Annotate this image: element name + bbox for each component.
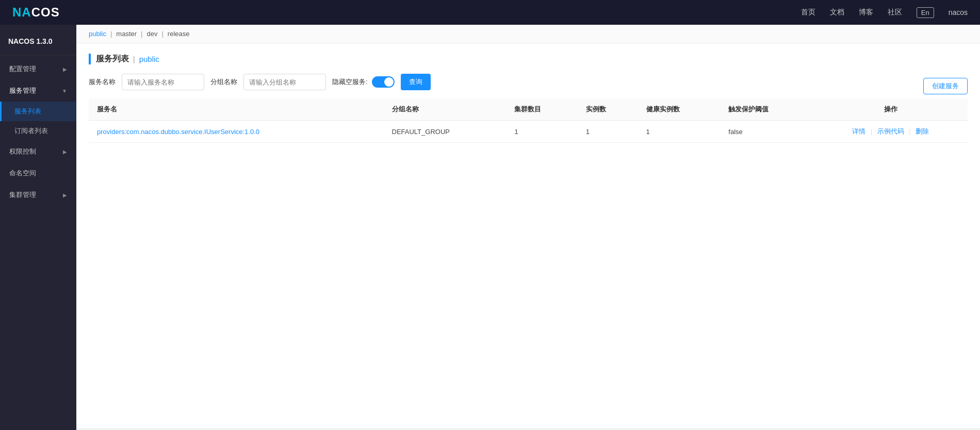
ns-dev[interactable]: dev: [146, 30, 157, 38]
sample-code-link[interactable]: 示例代码: [877, 127, 904, 135]
sidebar-item-config-management[interactable]: 配置管理 ▶: [0, 58, 76, 80]
user-label: nacos: [949, 8, 968, 16]
sidebar-item-auth-control[interactable]: 权限控制 ▶: [0, 141, 76, 162]
action-sep-2: |: [909, 127, 912, 135]
docs-link[interactable]: 文档: [830, 8, 844, 17]
search-bar: 服务名称 分组名称 隐藏空服务: 查询: [89, 74, 431, 90]
sidebar: NACOS 1.3.0 配置管理 ▶ 服务管理 ▼ 服务列表 订阅者列表 权限控…: [0, 25, 76, 430]
main-content: public | master | dev | release 服务列表 | p…: [76, 25, 980, 430]
th-instance-count: 实例数: [578, 98, 638, 121]
sidebar-item-cluster-label: 集群管理: [9, 190, 36, 200]
sidebar-item-subscriber-list[interactable]: 订阅者列表: [0, 121, 76, 141]
cell-cluster-count: 1: [506, 121, 577, 143]
nacos-logo: NACOS: [12, 5, 60, 20]
service-name-input[interactable]: [122, 74, 204, 90]
page-title: 服务列表: [96, 54, 129, 64]
service-name-label: 服务名称: [89, 77, 116, 87]
chevron-right-icon-3: ▶: [63, 192, 67, 198]
sidebar-version-area: NACOS 1.3.0: [0, 30, 76, 55]
sidebar-item-service-list[interactable]: 服务列表: [0, 102, 76, 121]
th-cluster-count: 集群数目: [506, 98, 577, 121]
table-body: providers:com.nacos.dubbo.service.IUserS…: [89, 121, 968, 143]
table-header: 服务名 分组名称 集群数目 实例数 健康实例数 触发保护阈值 操作: [89, 98, 968, 121]
sidebar-item-auth-label: 权限控制: [9, 147, 36, 156]
service-name-link[interactable]: providers:com.nacos.dubbo.service.IUserS…: [97, 128, 259, 136]
ns-master[interactable]: master: [116, 30, 137, 38]
sidebar-item-service-label: 服务管理: [9, 86, 36, 95]
group-name-label: 分组名称: [210, 77, 237, 87]
top-nav: NACOS 首页 文档 博客 社区 En nacos: [0, 0, 980, 25]
ns-release[interactable]: release: [168, 30, 190, 38]
group-name-input[interactable]: [243, 74, 326, 90]
table-header-row: 服务名 分组名称 集群数目 实例数 健康实例数 触发保护阈值 操作: [89, 98, 968, 121]
sidebar-version: NACOS 1.3.0: [8, 37, 68, 45]
th-service-name: 服务名: [89, 98, 384, 121]
sidebar-item-namespace-label: 命名空间: [9, 169, 36, 178]
th-group-name: 分组名称: [384, 98, 507, 121]
ns-sep-1: |: [110, 30, 112, 38]
ns-sep-2: |: [141, 30, 142, 38]
footer: https://dingqiusheng.com: [76, 428, 980, 430]
cell-actions: 详情 | 示例代码 | 删除: [813, 121, 968, 143]
cell-group-name: DEFAULT_GROUP: [384, 121, 507, 143]
sidebar-item-config-label: 配置管理: [9, 64, 36, 74]
logo-area: NACOS: [12, 5, 60, 20]
main-layout: NACOS 1.3.0 配置管理 ▶ 服务管理 ▼ 服务列表 订阅者列表 权限控…: [0, 25, 980, 430]
community-link[interactable]: 社区: [888, 8, 902, 17]
search-row: 服务名称 分组名称 隐藏空服务: 查询 创建服务: [89, 74, 968, 98]
delete-link[interactable]: 删除: [916, 127, 929, 135]
home-link[interactable]: 首页: [801, 8, 815, 17]
th-healthy-count: 健康实例数: [638, 98, 721, 121]
page-title-area: 服务列表 | public: [89, 54, 968, 64]
page-content: 服务列表 | public 服务名称 分组名称 隐藏空服务: 查询 创: [76, 43, 980, 428]
page-title-sub: public: [139, 55, 159, 63]
cell-instance-count: 1: [578, 121, 638, 143]
chevron-right-icon-2: ▶: [63, 149, 67, 155]
cell-threshold: false: [720, 121, 813, 143]
sidebar-item-service-management[interactable]: 服务管理 ▼: [0, 80, 76, 102]
hidden-service-label: 隐藏空服务:: [332, 77, 368, 87]
action-sep-1: |: [871, 127, 874, 135]
blog-link[interactable]: 博客: [859, 8, 873, 17]
service-table: 服务名 分组名称 集群数目 实例数 健康实例数 触发保护阈值 操作 provid…: [89, 98, 968, 143]
cell-service-name: providers:com.nacos.dubbo.service.IUserS…: [89, 121, 384, 143]
cell-healthy-count: 1: [638, 121, 721, 143]
th-threshold: 触发保护阈值: [720, 98, 813, 121]
page-title-separator: |: [133, 55, 135, 63]
ns-public-link[interactable]: public: [89, 30, 106, 38]
lang-button[interactable]: En: [917, 7, 934, 18]
hidden-service-toggle-container: 隐藏空服务:: [332, 76, 395, 88]
table-row: providers:com.nacos.dubbo.service.IUserS…: [89, 121, 968, 143]
hidden-service-toggle[interactable]: [372, 76, 395, 88]
sidebar-item-cluster-management[interactable]: 集群管理 ▶: [0, 184, 76, 206]
chevron-down-icon: ▼: [62, 88, 67, 94]
ns-sep-3: |: [161, 30, 163, 38]
nav-links: 首页 文档 博客 社区 En nacos: [801, 7, 968, 18]
query-button[interactable]: 查询: [401, 74, 431, 90]
detail-link[interactable]: 详情: [852, 127, 865, 135]
chevron-right-icon: ▶: [63, 67, 67, 72]
th-actions: 操作: [813, 98, 968, 121]
sidebar-item-namespace[interactable]: 命名空间: [0, 162, 76, 184]
create-service-button[interactable]: 创建服务: [923, 78, 968, 94]
namespace-bar: public | master | dev | release: [76, 25, 980, 43]
